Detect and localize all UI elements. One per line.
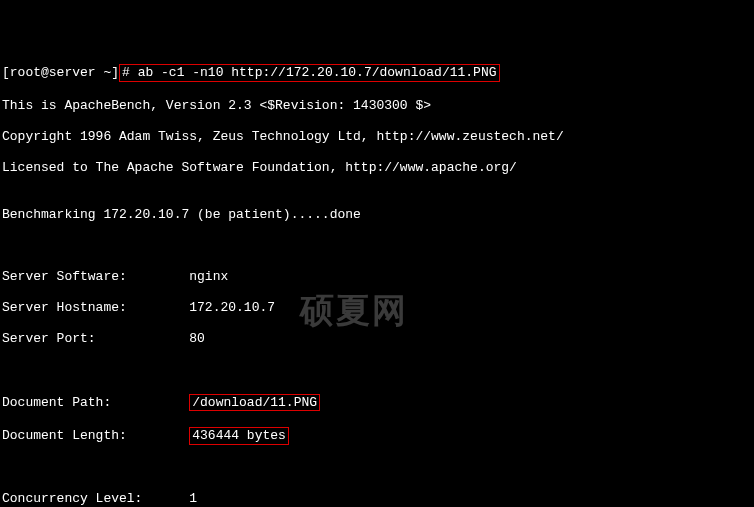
- prompt-user: [root@server ~]: [2, 65, 119, 80]
- doc-path-highlight: /download/11.PNG: [189, 394, 320, 412]
- doc-length-highlight: 436444 bytes: [189, 427, 289, 445]
- intro-line: This is ApacheBench, Version 2.3 <$Revis…: [2, 98, 752, 114]
- blank: [2, 460, 752, 476]
- prompt-line: [root@server ~]# ab -c1 -n10 http://172.…: [2, 64, 752, 82]
- intro-line: Licensed to The Apache Software Foundati…: [2, 160, 752, 176]
- intro-line: Benchmarking 172.20.10.7 (be patient)...…: [2, 207, 752, 223]
- server-hostname: Server Hostname: 172.20.10.7: [2, 300, 752, 316]
- server-software: Server Software: nginx: [2, 269, 752, 285]
- blank: [2, 363, 752, 379]
- prompt-symbol: #: [122, 65, 130, 80]
- server-port: Server Port: 80: [2, 331, 752, 347]
- doc-path: Document Path: /download/11.PNG: [2, 394, 752, 412]
- command-highlight: # ab -c1 -n10 http://172.20.10.7/downloa…: [119, 64, 499, 82]
- doc-length: Document Length: 436444 bytes: [2, 427, 752, 445]
- concurrency: Concurrency Level: 1: [2, 491, 752, 507]
- command-text: ab -c1 -n10 http://172.20.10.7/download/…: [138, 65, 497, 80]
- intro-line: Copyright 1996 Adam Twiss, Zeus Technolo…: [2, 129, 752, 145]
